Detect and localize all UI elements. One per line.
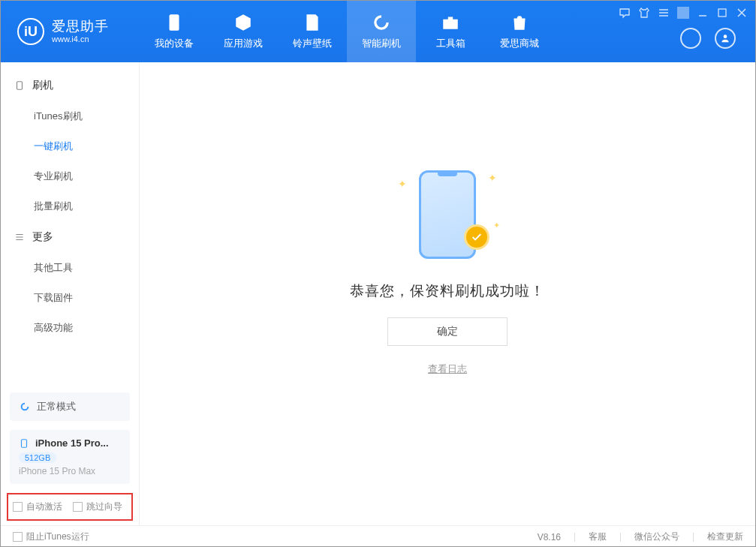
block-itunes-checkbox[interactable]: 阻止iTunes运行: [13, 530, 89, 543]
support-link[interactable]: 客服: [589, 530, 607, 543]
sidebar-item-other-tools[interactable]: 其他工具: [1, 253, 139, 283]
view-log-link[interactable]: 查看日志: [428, 362, 467, 376]
menu-icon[interactable]: [658, 7, 670, 19]
wechat-link[interactable]: 微信公众号: [634, 530, 679, 543]
svg-point-1: [724, 35, 727, 38]
music-file-icon: [303, 13, 322, 32]
nav-ringtones[interactable]: 铃声壁纸: [278, 1, 347, 62]
separator: [693, 533, 694, 542]
main-content: ✦ ✦ ✦ 恭喜您，保资料刷机成功啦！ 确定 查看日志: [140, 62, 755, 525]
group-title: 刷机: [32, 79, 53, 92]
phone-icon: [19, 438, 29, 449]
auto-activate-checkbox[interactable]: 自动激活: [13, 500, 62, 513]
separator: [574, 533, 575, 542]
separator: [677, 7, 689, 19]
separator: [620, 533, 621, 542]
feedback-icon[interactable]: [619, 7, 631, 19]
connected-device-card[interactable]: iPhone 15 Pro... 512GB iPhone 15 Pro Max: [10, 430, 130, 484]
skip-guide-checkbox[interactable]: 跳过向导: [73, 500, 122, 513]
briefcase-icon: [441, 13, 460, 32]
sidebar-item-pro-flash[interactable]: 专业刷机: [1, 161, 139, 191]
shopping-bag-icon: [510, 13, 529, 32]
sidebar-item-itunes-flash[interactable]: iTunes刷机: [1, 101, 139, 131]
checkbox-label: 阻止iTunes运行: [26, 530, 89, 543]
app-title: 爱思助手: [52, 20, 109, 35]
nav-store[interactable]: 爱思商城: [485, 1, 554, 62]
app-website: www.i4.cn: [52, 35, 109, 44]
flash-options-row: 自动激活 跳过向导: [7, 493, 133, 521]
sidebar-item-advanced[interactable]: 高级功能: [1, 313, 139, 343]
sparkle-icon: ✦: [493, 221, 500, 230]
sidebar-item-download-firmware[interactable]: 下载固件: [1, 283, 139, 313]
device-icon: [14, 80, 25, 91]
device-model: iPhone 15 Pro Max: [19, 466, 121, 476]
skin-icon[interactable]: [638, 7, 650, 19]
nav-my-device[interactable]: 我的设备: [140, 1, 209, 62]
success-illustration: ✦ ✦ ✦: [395, 167, 500, 265]
checkbox-icon: [73, 502, 83, 512]
nav-label: 工具箱: [436, 37, 465, 50]
svg-rect-2: [718, 9, 726, 17]
user-account-button[interactable]: [715, 28, 736, 49]
sparkle-icon: ✦: [398, 178, 407, 190]
nav-label: 我的设备: [155, 37, 194, 50]
checkbox-label: 自动激活: [26, 500, 62, 513]
nav-label: 应用游戏: [224, 37, 263, 50]
nav-label: 铃声壁纸: [293, 37, 332, 50]
success-check-icon: [464, 224, 489, 250]
download-button[interactable]: [680, 28, 701, 49]
app-brand: iU 爱思助手 www.i4.cn: [1, 1, 140, 62]
svg-rect-3: [17, 82, 23, 90]
checkbox-icon: [13, 502, 23, 512]
menu-lines-icon: [14, 232, 25, 242]
device-mode-status[interactable]: 正常模式: [10, 392, 130, 421]
svg-rect-4: [22, 439, 27, 447]
device-title: iPhone 15 Pro...: [35, 437, 109, 449]
sidebar-item-oneclick-flash[interactable]: 一键刷机: [1, 131, 139, 161]
nav-apps-games[interactable]: 应用游戏: [209, 1, 278, 62]
sidebar-item-batch-flash[interactable]: 批量刷机: [1, 191, 139, 221]
nav-label: 智能刷机: [362, 37, 401, 50]
check-update-link[interactable]: 检查更新: [707, 530, 743, 543]
storage-badge: 512GB: [19, 452, 56, 463]
close-button[interactable]: [736, 7, 748, 19]
refresh-icon: [19, 401, 31, 413]
refresh-shield-icon: [372, 13, 391, 32]
maximize-button[interactable]: [716, 7, 728, 19]
svg-rect-0: [170, 14, 179, 31]
cube-icon: [233, 13, 253, 32]
group-title: 更多: [32, 230, 53, 244]
app-logo-icon: iU: [17, 18, 44, 45]
phone-icon: [164, 13, 184, 32]
nav-toolbox[interactable]: 工具箱: [416, 1, 485, 62]
success-message: 恭喜您，保资料刷机成功啦！: [350, 281, 545, 301]
minimize-button[interactable]: [697, 7, 709, 19]
nav-label: 爱思商城: [500, 37, 539, 50]
sidebar-group-flash[interactable]: 刷机: [1, 70, 139, 101]
sidebar-group-more[interactable]: 更多: [1, 221, 139, 253]
checkbox-icon: [13, 532, 23, 542]
checkbox-label: 跳过向导: [86, 500, 122, 513]
version-label: V8.16: [538, 532, 561, 542]
confirm-button[interactable]: 确定: [387, 317, 508, 346]
mode-label: 正常模式: [37, 400, 76, 413]
sidebar: 刷机 iTunes刷机 一键刷机 专业刷机 批量刷机 更多 其他工具 下载固件 …: [1, 62, 140, 525]
nav-smart-flash[interactable]: 智能刷机: [347, 1, 416, 62]
sparkle-icon: ✦: [488, 172, 497, 184]
